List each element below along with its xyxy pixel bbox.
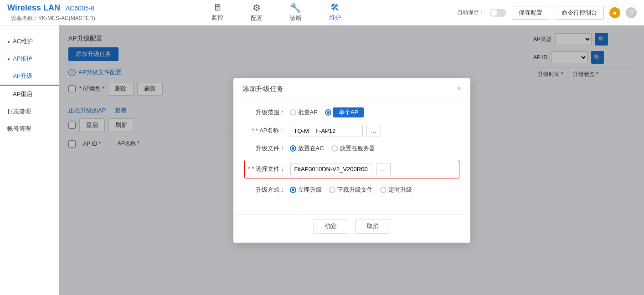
upgrade-range-radio-group: 批量AP 单个AP [290,107,364,117]
immediate-upgrade-radio[interactable]: 立即升级 [290,186,322,194]
cmd-console-button[interactable]: 命令行控制台 [555,6,604,20]
upgrade-method-row: 升级方式： 立即升级 下载升级文件 [244,186,459,194]
content-area: AP升级配置 添加升级任务 i AP升级文件配置 * AP类型 * 删除 刷新 … [59,25,644,295]
add-upgrade-task-dialog: 添加升级任务 × 升级范围： 批量AP [233,78,470,243]
sidebar-item-ap-reboot[interactable]: AP重启 [0,86,59,103]
diagnose-icon: 🔧 [290,2,301,13]
nav-monitor-label: 监控 [211,14,223,22]
sidebar-item-ap-maintain[interactable]: ● AP维护 [0,50,59,67]
nav-monitor[interactable]: 🖥 监控 [211,0,223,26]
upgrade-file-controls: 放置在AC 放置在服务器 [290,144,459,153]
download-upgrade-label: 下载升级文件 [337,186,373,194]
scheduled-upgrade-label: 定时升级 [388,186,412,194]
sidebar-ac-maintain-label: AC维护 [13,37,33,46]
sidebar-account-label: 帐号管理 [7,125,31,133]
batch-ap-dot [290,109,296,116]
auto-save-label: 自动保存： [457,9,484,16]
ap-name-label-text: * AP名称： [256,127,285,134]
select-file-controls: ... [290,163,459,175]
download-upgrade-radio[interactable]: 下载升级文件 [329,186,373,194]
ap-name-controls: ... [290,125,459,137]
dialog-footer: 确定 取消 [233,214,470,243]
ap-name-input[interactable] [290,125,363,137]
batch-ap-radio[interactable]: 批量AP [290,108,318,117]
ap-name-browse-button[interactable]: ... [366,125,381,137]
immediate-upgrade-dot [290,187,296,193]
upgrade-range-controls: 批量AP 单个AP [290,107,459,117]
place-in-ac-label: 放置在AC [298,144,324,153]
nav-maintain-label: 维护 [329,14,341,22]
notification-icon[interactable]: ● [609,7,620,18]
scheduled-upgrade-radio[interactable]: 定时升级 [380,186,412,194]
upgrade-method-controls: 立即升级 下载升级文件 定时升级 [290,186,459,194]
confirm-button[interactable]: 确定 [314,219,348,234]
nav-config-label: 配置 [251,14,263,22]
single-ap-radio[interactable]: 单个AP [325,107,364,117]
topbar: Wireless LAN AC6005-8 设备名称：YK-MES-AC(MAS… [0,0,644,25]
select-file-row: * * 选择文件： ... [244,160,459,178]
ap-name-label: * * AP名称： [244,127,290,135]
ap-name-row: * * AP名称： ... [244,125,459,137]
cancel-button[interactable]: 取消 [355,219,390,234]
logo-wrap: Wireless LAN AC6005-8 设备名称：YK-MES-AC(MAS… [7,3,95,22]
nav-config[interactable]: ⚙ 配置 [251,0,263,26]
dialog-title: 添加升级任务 [242,85,283,93]
place-in-server-dot [331,145,338,152]
monitor-icon: 🖥 [213,2,222,13]
nav-maintain[interactable]: 🛠 维护 [329,0,341,26]
single-ap-label: 单个AP [333,107,364,117]
select-file-label: * * 选择文件： [245,165,290,173]
place-in-ac-radio[interactable]: 放置在AC [290,144,324,153]
sidebar-item-ap-upgrade[interactable]: AP升级 [0,67,59,86]
dialog-header: 添加升级任务 × [233,78,470,98]
dialog-overlay: 添加升级任务 × 升级范围： 批量AP [59,25,644,295]
dialog-body: 升级范围： 批量AP 单个AP [233,98,470,210]
topbar-right: 自动保存： 保存配置 命令行控制台 ● ? [457,6,637,20]
sidebar-ap-upgrade-label: AP升级 [13,72,32,80]
dialog-close-button[interactable]: × [457,85,461,93]
download-upgrade-dot [329,187,335,193]
top-nav: 🖥 监控 ⚙ 配置 🔧 诊断 🛠 维护 [95,0,457,26]
main-layout: ● AC维护 ● AP维护 AP升级 AP重启 日志管理 帐号管理 AP升级配置… [0,25,644,295]
upgrade-file-label: 升级文件： [244,144,290,153]
app-logo: Wireless LAN [7,3,60,13]
config-icon: ⚙ [252,2,261,13]
sidebar-item-ac-maintain[interactable]: ● AC维护 [0,33,59,50]
batch-ap-label: 批量AP [298,108,318,117]
app-model: AC6005-8 [66,5,94,12]
place-in-server-radio[interactable]: 放置在服务器 [331,144,375,153]
sidebar-log-label: 日志管理 [7,107,31,116]
nav-diagnose-label: 诊断 [290,14,302,22]
sidebar-ap-maintain-label: AP维护 [13,55,32,63]
nav-diagnose[interactable]: 🔧 诊断 [290,0,302,26]
place-in-server-label: 放置在服务器 [340,144,375,153]
maintain-icon: 🛠 [330,2,340,13]
help-icon[interactable]: ? [626,7,637,18]
ap-name-required: * [252,127,254,134]
toggle-knob [491,10,497,16]
ac-maintain-icon: ● [7,39,10,44]
select-file-required: * [248,165,250,172]
upgrade-range-label: 升级范围： [244,108,290,117]
upgrade-range-row: 升级范围： 批量AP 单个AP [244,107,459,117]
sidebar-item-log[interactable]: 日志管理 [0,103,59,120]
upgrade-method-radio-group: 立即升级 下载升级文件 定时升级 [290,186,412,194]
single-ap-dot [325,109,331,116]
device-name: 设备名称：YK-MES-AC(MASTER) [11,15,95,22]
sidebar-item-account[interactable]: 帐号管理 [0,120,59,137]
select-file-label-text: * 选择文件： [252,165,286,172]
sidebar-ap-reboot-label: AP重启 [13,90,32,98]
scheduled-upgrade-dot [380,187,386,193]
sidebar: ● AC维护 ● AP维护 AP升级 AP重启 日志管理 帐号管理 [0,25,59,295]
ap-maintain-icon: ● [7,56,10,61]
upgrade-file-row: 升级文件： 放置在AC 放置在服务器 [244,144,459,153]
auto-save-toggle[interactable] [490,9,506,17]
immediate-upgrade-label: 立即升级 [298,186,322,194]
place-in-ac-dot [290,145,296,152]
upgrade-method-label: 升级方式： [244,186,290,194]
save-config-button[interactable]: 保存配置 [512,6,549,20]
select-file-browse-button[interactable]: ... [376,163,391,175]
upgrade-file-radio-group: 放置在AC 放置在服务器 [290,144,375,153]
select-file-input[interactable] [290,163,372,175]
